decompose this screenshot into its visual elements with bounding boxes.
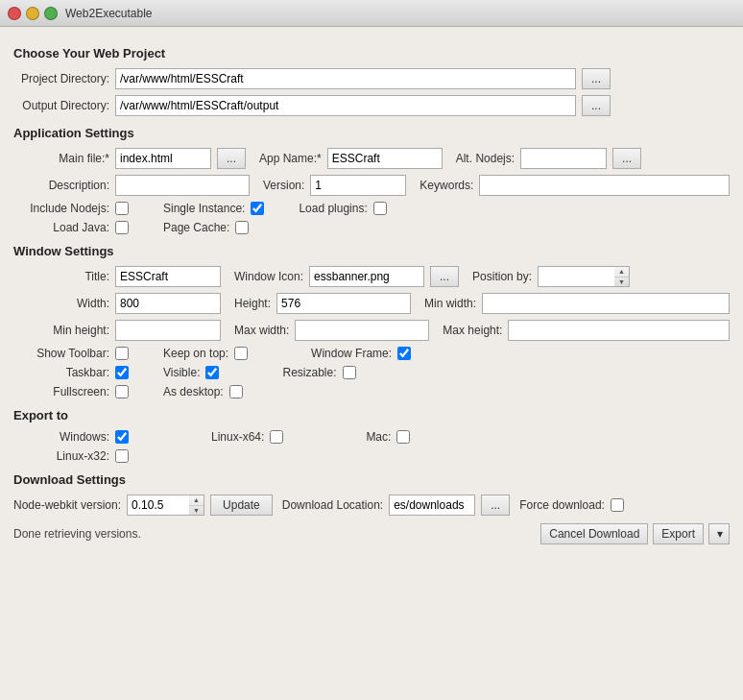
download-location-label: Download Location: (282, 498, 383, 512)
window-frame-checkbox[interactable] (397, 347, 411, 360)
show-toolbar-checkbox[interactable] (115, 347, 129, 360)
window-controls[interactable] (8, 7, 58, 20)
keep-on-top-checkbox[interactable] (234, 347, 248, 360)
output-dir-label: Output Directory: (13, 99, 109, 112)
node-webkit-spinner-group: ▲ ▼ (127, 495, 204, 516)
win-title-label: Title: (13, 270, 109, 283)
position-by-group: ▲ ▼ (538, 266, 630, 287)
windows-checkbox[interactable] (115, 430, 129, 444)
min-width-label: Min width: (424, 297, 476, 310)
win-row1: Title: Window Icon: ... Position by: ▲ ▼ (13, 266, 730, 287)
taskbar-label: Taskbar: (13, 366, 109, 379)
linux-x32-checkbox[interactable] (115, 449, 129, 463)
footer: Done retrieving versions. Cancel Downloa… (13, 523, 730, 544)
taskbar-checkbox[interactable] (115, 366, 129, 379)
update-btn[interactable]: Update (210, 495, 273, 516)
minimize-button[interactable] (26, 7, 39, 20)
description-input[interactable] (115, 175, 250, 196)
include-nodejs-label: Include Nodejs: (13, 202, 109, 215)
node-webkit-version-spinner[interactable]: ▲ ▼ (189, 495, 204, 516)
linux-x64-checkbox[interactable] (270, 430, 283, 444)
version-label: Version: (263, 179, 304, 192)
position-by-label: Position by: (472, 270, 532, 283)
node-webkit-version-input[interactable] (127, 495, 189, 516)
mac-checkbox[interactable] (396, 430, 410, 444)
visible-checkbox[interactable] (205, 366, 219, 379)
keep-on-top-label: Keep on top: (163, 347, 228, 360)
export-title: Export to (13, 408, 730, 422)
min-width-input[interactable] (482, 293, 730, 314)
project-dir-input[interactable] (115, 68, 576, 89)
window-icon-browse-btn[interactable]: ... (430, 266, 459, 287)
window-settings-title: Window Settings (13, 244, 730, 258)
win-row2: Width: Height: Min width: (13, 293, 730, 314)
fullscreen-checkbox[interactable] (115, 385, 129, 398)
export-arrow-button[interactable]: ▾ (708, 523, 730, 544)
alt-nodejs-input[interactable] (520, 148, 607, 169)
project-dir-browse-btn[interactable]: ... (582, 68, 611, 89)
status-text: Done retrieving versions. (13, 527, 141, 541)
app-row3: Include Nodejs: Single Instance: Load pl… (13, 202, 730, 215)
alt-nodejs-browse-btn[interactable]: ... (612, 148, 641, 169)
output-dir-input[interactable] (115, 95, 576, 116)
app-name-input[interactable] (327, 148, 443, 169)
close-button[interactable] (8, 7, 21, 20)
height-input[interactable] (276, 293, 411, 314)
force-download-checkbox[interactable] (611, 498, 624, 512)
width-input[interactable] (115, 293, 221, 314)
app-name-label: App Name:* (259, 152, 322, 165)
project-dir-row: Project Directory: ... (13, 68, 730, 89)
load-plugins-label: Load plugins: (299, 202, 367, 215)
show-toolbar-label: Show Toolbar: (13, 347, 109, 360)
app-row1: Main file:* ... App Name:* Alt. Nodejs: … (13, 148, 730, 169)
main-file-label: Main file:* (13, 152, 109, 165)
win-row6: Fullscreen: As desktop: (13, 385, 730, 398)
win-title-input[interactable] (115, 266, 221, 287)
max-width-input[interactable] (295, 320, 429, 341)
max-width-label: Max width: (234, 324, 289, 337)
fullscreen-label: Fullscreen: (13, 385, 109, 398)
include-nodejs-checkbox[interactable] (115, 202, 129, 215)
maximize-button[interactable] (44, 7, 58, 20)
linux-x64-label: Linux-x64: (211, 430, 264, 444)
max-height-label: Max height: (443, 324, 502, 337)
choose-project-title: Choose Your Web Project (13, 46, 730, 60)
position-by-spinner[interactable]: ▲ ▼ (614, 266, 630, 287)
action-buttons: Cancel Download Export ▾ (540, 523, 730, 544)
download-location-browse-btn[interactable]: ... (481, 495, 510, 516)
download-settings-title: Download Settings (13, 472, 730, 487)
min-height-input[interactable] (115, 320, 221, 341)
output-dir-browse-btn[interactable]: ... (582, 95, 611, 116)
app-row2: Description: Version: Keywords: (13, 175, 730, 196)
as-desktop-checkbox[interactable] (229, 385, 243, 398)
download-location-input[interactable] (389, 495, 475, 516)
app-settings-section: Application Settings Main file:* ... App… (13, 126, 730, 234)
resizable-checkbox[interactable] (343, 366, 356, 379)
position-by-input[interactable] (538, 266, 614, 287)
single-instance-checkbox[interactable] (251, 202, 264, 215)
version-input[interactable] (310, 175, 406, 196)
main-content: Choose Your Web Project Project Director… (0, 27, 743, 700)
linux-x32-label: Linux-x32: (13, 449, 109, 463)
alt-nodejs-label: Alt. Nodejs: (456, 152, 515, 165)
win-row5: Taskbar: Visible: Resizable: (13, 366, 730, 379)
main-file-input[interactable] (115, 148, 211, 169)
page-cache-checkbox[interactable] (235, 221, 249, 234)
load-plugins-checkbox[interactable] (373, 202, 387, 215)
height-label: Height: (234, 297, 271, 310)
page-cache-label: Page Cache: (163, 221, 229, 234)
load-java-checkbox[interactable] (115, 221, 129, 234)
window-icon-input[interactable] (309, 266, 424, 287)
main-file-browse-btn[interactable]: ... (217, 148, 246, 169)
cancel-download-button[interactable]: Cancel Download (540, 523, 648, 544)
window-frame-label: Window Frame: (311, 347, 392, 360)
output-dir-row: Output Directory: ... (13, 95, 730, 116)
download-row: Node-webkit version: ▲ ▼ Update Download… (13, 495, 730, 516)
keywords-input[interactable] (479, 175, 730, 196)
win-row3: Min height: Max width: Max height: (13, 320, 730, 341)
node-webkit-label: Node-webkit version: (13, 498, 121, 512)
export-button[interactable]: Export (653, 523, 704, 544)
min-height-label: Min height: (13, 324, 109, 337)
download-settings-section: Download Settings Node-webkit version: ▲… (13, 472, 730, 516)
max-height-input[interactable] (508, 320, 730, 341)
